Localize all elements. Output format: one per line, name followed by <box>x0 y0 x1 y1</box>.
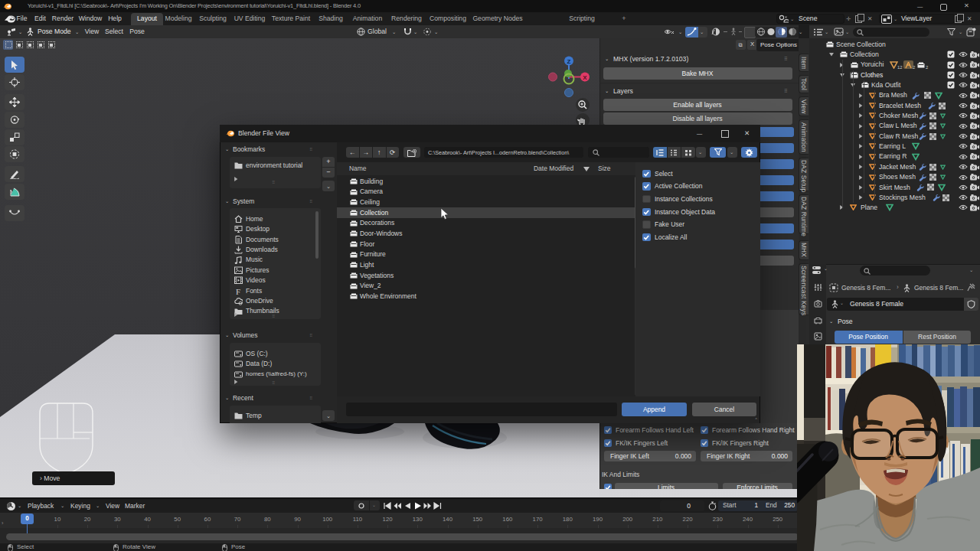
svg-text:X: X <box>583 74 587 81</box>
svg-text:F: F <box>236 287 240 295</box>
svg-text:Z: Z <box>567 58 571 65</box>
